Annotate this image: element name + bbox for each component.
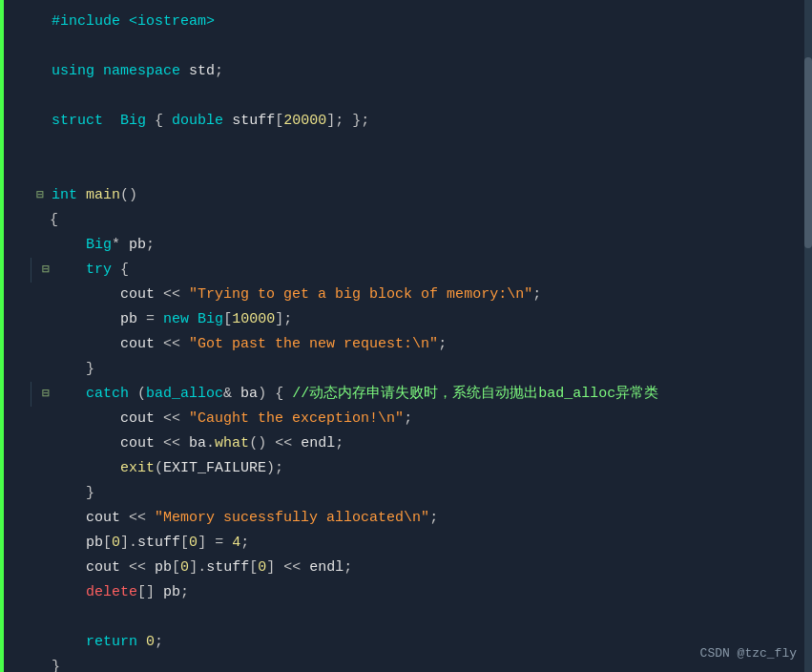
- code-line-17: cout << "Caught the exception!\n";: [4, 407, 812, 431]
- line-content-3: using namespace std;: [48, 59, 812, 84]
- code-line-19: exit(EXIT_FAILURE);: [4, 456, 812, 481]
- vert-line-11: [31, 258, 31, 283]
- line-content-18: cout << ba.what() << endl;: [48, 431, 812, 456]
- line-content-5: struct Big { double stuff[20000]; };: [48, 109, 812, 134]
- code-line-20: }: [4, 481, 812, 506]
- line-content-12: cout << "Trying to get a big block of me…: [48, 283, 812, 307]
- code-line-8: ⊟ int main(): [4, 183, 812, 208]
- line-content-21: cout << "Memory sucessfully allocated\n"…: [48, 506, 812, 531]
- line-content-2: [48, 34, 812, 59]
- code-line-6: [4, 134, 812, 158]
- code-line-10: Big* pb;: [4, 233, 812, 258]
- line-content-23: cout << pb[0].stuff[0] << endl;: [48, 556, 812, 580]
- code-line-27: }: [4, 655, 812, 672]
- code-line-11: ⊟ try {: [4, 258, 812, 283]
- code-line-2: [4, 34, 812, 59]
- code-line-22: pb[0].stuff[0] = 4;: [4, 531, 812, 556]
- line-content-8: int main(): [48, 183, 812, 208]
- line-content-19: exit(EXIT_FAILURE);: [48, 456, 812, 481]
- code-line-25: [4, 605, 812, 630]
- line-content-15: }: [48, 357, 812, 382]
- line-content-4: [48, 84, 812, 109]
- code-line-7: [4, 158, 812, 183]
- code-line-5: struct Big { double stuff[20000]; };: [4, 109, 812, 134]
- line-content-17: cout << "Caught the exception!\n";: [48, 407, 812, 431]
- code-line-13: pb = new Big[10000];: [4, 307, 812, 332]
- scrollbar[interactable]: [804, 0, 812, 672]
- line-content-27: }: [48, 655, 812, 672]
- code-line-16: ⊟ catch (bad_alloc& ba) { //动态内存申请失败时，系统…: [4, 382, 812, 407]
- line-content-22: pb[0].stuff[0] = 4;: [48, 531, 812, 556]
- gutter-11: ⊟: [4, 258, 48, 283]
- vert-line-16: [31, 382, 31, 407]
- code-line-12: cout << "Trying to get a big block of me…: [4, 283, 812, 307]
- code-area: #include <iostream> using namespace std;…: [4, 0, 812, 672]
- code-line-23: cout << pb[0].stuff[0] << endl;: [4, 556, 812, 580]
- code-editor: #include <iostream> using namespace std;…: [0, 0, 812, 672]
- code-line-18: cout << ba.what() << endl;: [4, 431, 812, 456]
- line-content-14: cout << "Got past the new request:\n";: [48, 332, 812, 357]
- code-line-14: cout << "Got past the new request:\n";: [4, 332, 812, 357]
- line-content-9: {: [48, 208, 812, 233]
- line-content-11: try {: [48, 258, 812, 283]
- code-line-26: return 0;: [4, 630, 812, 655]
- code-line-3: using namespace std;: [4, 59, 812, 84]
- watermark: CSDN @tzc_fly: [700, 646, 797, 661]
- fold-icon-16[interactable]: ⊟: [42, 382, 50, 407]
- line-content-25: [48, 605, 812, 630]
- code-line-24: delete[] pb;: [4, 580, 812, 605]
- scroll-thumb[interactable]: [804, 57, 812, 248]
- line-content-7: [48, 158, 812, 183]
- line-content-26: return 0;: [48, 630, 812, 655]
- gutter-8: ⊟: [4, 183, 48, 208]
- line-content-20: }: [48, 481, 812, 506]
- gutter-16: ⊟: [4, 382, 48, 407]
- fold-icon-11[interactable]: ⊟: [42, 258, 50, 283]
- line-content-6: [48, 134, 812, 158]
- code-line-9: {: [4, 208, 812, 233]
- code-line-15: }: [4, 357, 812, 382]
- line-content-24: delete[] pb;: [48, 580, 812, 605]
- code-line-4: [4, 84, 812, 109]
- code-line-21: cout << "Memory sucessfully allocated\n"…: [4, 506, 812, 531]
- line-content-13: pb = new Big[10000];: [48, 307, 812, 332]
- code-line-1: #include <iostream>: [4, 10, 812, 34]
- line-content-1: #include <iostream>: [48, 10, 812, 34]
- line-content-10: Big* pb;: [48, 233, 812, 258]
- line-content-16: catch (bad_alloc& ba) { //动态内存申请失败时，系统自动…: [48, 382, 812, 407]
- fold-icon-8[interactable]: ⊟: [36, 183, 44, 208]
